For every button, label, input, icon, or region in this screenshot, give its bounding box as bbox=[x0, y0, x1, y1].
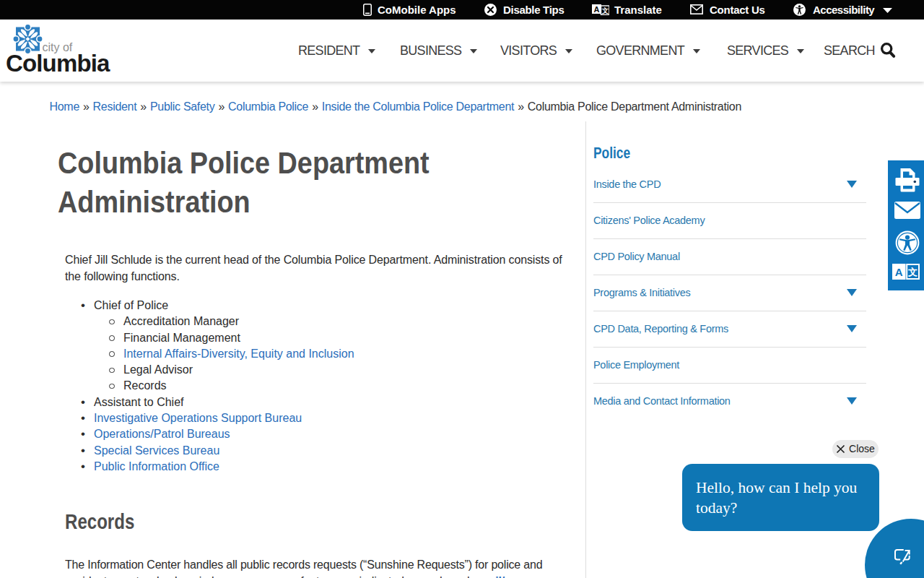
svg-text:A: A bbox=[594, 5, 600, 14]
svg-text:文: 文 bbox=[907, 267, 918, 277]
svg-text:文: 文 bbox=[602, 7, 609, 14]
svg-text:A: A bbox=[895, 266, 903, 278]
